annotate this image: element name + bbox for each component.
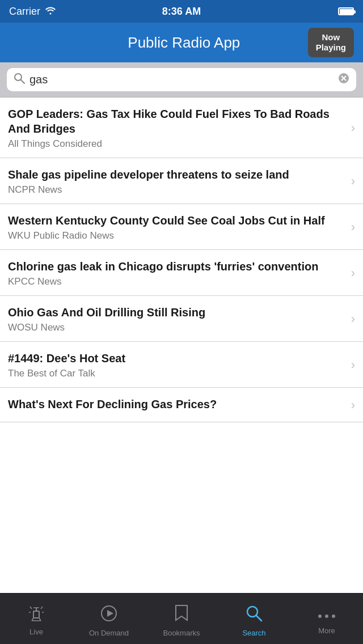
svg-point-21: [332, 615, 335, 618]
tab-ondemand-label: On Demand: [89, 629, 129, 637]
news-title-0: GOP Leaders: Gas Tax Hike Could Fuel Fix…: [8, 107, 340, 136]
chevron-icon-3: ›: [351, 266, 355, 281]
bookmarks-icon: [174, 604, 189, 626]
tab-bar: Live On Demand Bookmarks Search: [0, 593, 363, 644]
svg-line-1: [21, 80, 24, 83]
tab-more-label: More: [318, 626, 335, 635]
news-item-3[interactable]: Chlorine gas leak in Chicago disrupts 'f…: [0, 250, 363, 296]
news-content-1: Shale gas pipeline developer threatens t…: [8, 167, 351, 196]
carrier-label: Carrier: [9, 6, 40, 18]
status-time: 8:36 AM: [162, 6, 201, 18]
svg-point-0: [15, 74, 22, 80]
tab-more[interactable]: More: [290, 603, 363, 635]
news-item-0[interactable]: GOP Leaders: Gas Tax Hike Could Fuel Fix…: [0, 98, 363, 158]
news-content-0: GOP Leaders: Gas Tax Hike Could Fuel Fix…: [8, 107, 351, 150]
news-item-4[interactable]: Ohio Gas And Oil Drilling Still Rising W…: [0, 296, 363, 342]
search-tab-icon: [245, 604, 263, 626]
tab-bookmarks[interactable]: Bookmarks: [145, 601, 218, 637]
svg-point-19: [318, 615, 322, 618]
chevron-icon-4: ›: [351, 312, 355, 327]
news-title-2: Western Kentucky County Could See Coal J…: [8, 213, 340, 228]
chevron-icon-5: ›: [351, 358, 355, 372]
news-title-1: Shale gas pipeline developer threatens t…: [8, 167, 340, 182]
svg-line-18: [256, 616, 261, 621]
tab-live-label: Live: [29, 628, 43, 636]
svg-line-8: [30, 607, 32, 609]
news-item-5[interactable]: #1449: Dee's Hot Seat The Best of Car Ta…: [0, 342, 363, 388]
ondemand-icon: [100, 604, 118, 626]
search-box: [7, 68, 356, 91]
more-icon: [318, 606, 336, 624]
search-icon: [14, 73, 25, 87]
news-content-4: Ohio Gas And Oil Drilling Still Rising W…: [8, 305, 351, 333]
news-item-2[interactable]: Western Kentucky County Could See Coal J…: [0, 204, 363, 250]
news-item-6[interactable]: What's Next For Declining Gas Prices? ›: [0, 388, 363, 422]
now-playing-button[interactable]: NowPlaying: [308, 28, 354, 57]
svg-rect-5: [33, 611, 39, 618]
live-icon: [28, 605, 45, 625]
wifi-icon: [45, 6, 56, 18]
battery-icon: [338, 7, 354, 15]
tab-search-label: Search: [242, 629, 265, 637]
news-source-4: WOSU News: [8, 322, 340, 333]
chevron-icon-6: ›: [351, 398, 355, 413]
status-bar: Carrier 8:36 AM: [0, 0, 363, 23]
news-content-2: Western Kentucky County Could See Coal J…: [8, 213, 351, 242]
news-item-1[interactable]: Shale gas pipeline developer threatens t…: [0, 158, 363, 204]
news-source-3: KPCC News: [8, 276, 340, 287]
news-title-5: #1449: Dee's Hot Seat: [8, 351, 340, 366]
chevron-icon-0: ›: [351, 121, 355, 135]
news-source-2: WKU Public Radio News: [8, 230, 340, 242]
svg-marker-16: [107, 610, 113, 617]
search-clear-button[interactable]: [338, 73, 349, 87]
news-list: GOP Leaders: Gas Tax Hike Could Fuel Fix…: [0, 98, 363, 594]
status-right: [338, 7, 354, 15]
tab-live[interactable]: Live: [0, 602, 73, 636]
app-title: Public Radio App: [60, 34, 308, 52]
svg-point-20: [325, 615, 328, 618]
chevron-icon-1: ›: [351, 174, 355, 189]
search-container: [0, 62, 363, 98]
tab-search[interactable]: Search: [218, 601, 290, 637]
news-content-6: What's Next For Declining Gas Prices?: [8, 397, 351, 414]
news-title-3: Chlorine gas leak in Chicago disrupts 'f…: [8, 259, 340, 274]
news-content-3: Chlorine gas leak in Chicago disrupts 'f…: [8, 259, 351, 287]
news-title-4: Ohio Gas And Oil Drilling Still Rising: [8, 305, 340, 320]
news-source-1: NCPR News: [8, 184, 340, 196]
status-left: Carrier: [9, 6, 56, 18]
chevron-icon-2: ›: [351, 220, 355, 235]
tab-ondemand[interactable]: On Demand: [73, 601, 145, 637]
news-source-0: All Things Considered: [8, 138, 340, 150]
search-input[interactable]: [29, 73, 334, 86]
tab-bookmarks-label: Bookmarks: [163, 629, 200, 637]
svg-line-9: [41, 607, 43, 609]
news-title-6: What's Next For Declining Gas Prices?: [8, 397, 340, 412]
header: Public Radio App NowPlaying: [0, 23, 363, 62]
news-content-5: #1449: Dee's Hot Seat The Best of Car Ta…: [8, 351, 351, 379]
news-source-5: The Best of Car Talk: [8, 368, 340, 379]
